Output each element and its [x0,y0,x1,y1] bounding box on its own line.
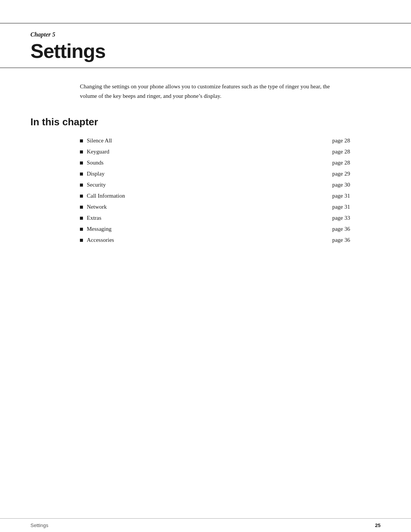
item-label: Accessories [87,235,114,245]
chapter-list: Silence Allpage 28Keyguardpage 28Soundsp… [80,136,350,245]
item-label: Call Information [87,191,125,201]
item-label: Network [87,202,107,212]
footer: Settings 25 [0,518,411,532]
list-item: Messagingpage 36 [80,224,350,234]
list-item: Soundspage 28 [80,158,350,168]
bullet-icon [80,139,83,142]
list-item: Displaypage 29 [80,169,350,179]
item-label: Display [87,169,105,179]
bullet-icon [80,173,83,176]
bullet-icon [80,161,83,165]
item-page: page 30 [332,180,350,190]
item-label: Keyguard [87,147,109,157]
page-title: Settings [30,40,381,62]
list-item: Silence Allpage 28 [80,136,350,146]
header-area: Chapter 5 Settings [0,24,411,64]
list-item: Networkpage 31 [80,202,350,212]
item-label: Sounds [87,158,104,168]
item-label: Silence All [87,136,112,146]
item-page: page 28 [332,147,350,157]
item-label: Extras [87,213,101,223]
list-item: Securitypage 30 [80,180,350,190]
footer-left-text: Settings [30,522,48,528]
list-item: Accessoriespage 36 [80,235,350,245]
bullet-icon [80,184,83,187]
item-page: page 31 [332,191,350,201]
main-content: Changing the settings on your phone allo… [0,68,411,518]
chapter-label: Chapter 5 [30,31,381,38]
item-label: Security [87,180,106,190]
list-item: Call Informationpage 31 [80,191,350,201]
footer-page-number: 25 [375,522,381,528]
item-page: page 33 [332,213,350,223]
item-page: page 28 [332,158,350,168]
bullet-icon [80,217,83,220]
item-page: page 28 [332,136,350,146]
item-page: page 31 [332,202,350,212]
page-container: Chapter 5 Settings Changing the settings… [0,0,411,532]
bullet-icon [80,150,83,153]
item-page: page 36 [332,224,350,234]
list-item: Extraspage 33 [80,213,350,223]
item-label: Messaging [87,224,112,234]
list-item: Keyguardpage 28 [80,147,350,157]
bullet-icon [80,239,83,242]
intro-text: Changing the settings on your phone allo… [80,82,342,101]
bullet-icon [80,228,83,231]
item-page: page 29 [332,169,350,179]
item-page: page 36 [332,235,350,245]
bullet-icon [80,195,83,198]
bullet-icon [80,206,83,209]
section-heading: In this chapter [30,116,381,128]
